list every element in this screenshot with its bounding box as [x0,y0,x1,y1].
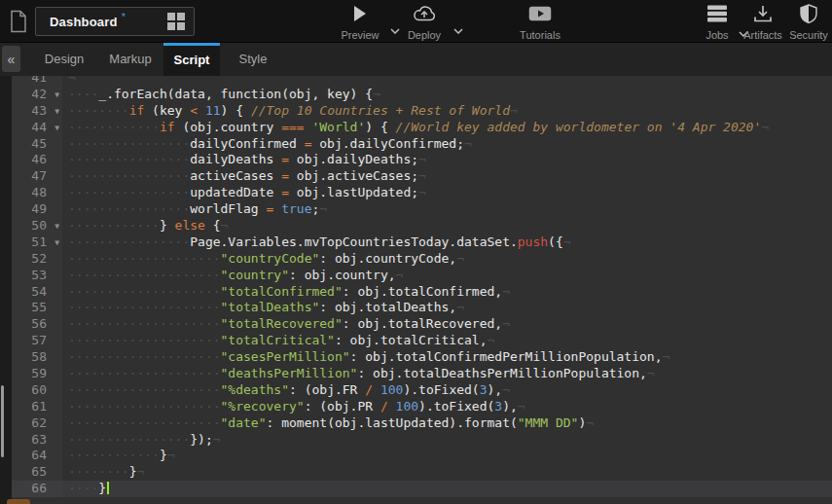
code-line[interactable]: 55····················"totalDeaths": obj… [12,300,832,316]
eol-mark: ¬ [418,185,426,199]
code-line[interactable]: 47················activeCases = obj.acti… [12,168,832,185]
line-number: 47 [12,168,62,185]
script-editor[interactable]: 41¬42▼····_.forEach(data, function(obj, … [0,76,832,504]
code-line[interactable]: 59····················"deathsPerMillion"… [12,366,832,382]
code-line[interactable]: 41¬ [12,76,832,87]
fold-arrow-icon[interactable]: ▼ [54,88,59,104]
code-line[interactable]: 49················worldFlag = true;¬ [12,201,832,218]
line-number: 45 [12,136,62,153]
whitespace-dots: ···················· [68,333,221,347]
eol-mark: ¬ [456,251,464,266]
whitespace-dots: ···················· [68,268,221,282]
code-line[interactable]: 62····················"date": moment(obj… [12,415,832,432]
whitespace-dots: ···················· [68,251,221,266]
whitespace-dots: ············ [68,120,160,134]
code-token: ), [488,382,503,397]
tab-design[interactable]: Design [37,43,91,76]
line-number: 63 [12,432,62,449]
page-title: Dashboard [50,15,118,29]
whitespace-dots: ···················· [68,399,221,414]
line-number: 59 [12,366,62,382]
fold-arrow-icon[interactable]: ▼ [54,235,59,252]
collapse-panel-button[interactable]: « [2,46,20,72]
code-token: / [365,382,373,397]
code-token: : moment(obj.lastUpdated).format( [267,415,518,430]
whitespace-dots: ················ [68,152,190,166]
code-line[interactable]: 50▼············} else {¬ [12,218,832,234]
code-line[interactable]: 48················updatedDate = obj.last… [12,185,832,201]
code-token: "casesPerMillion" [221,349,350,364]
page-file-icon[interactable] [9,10,28,37]
line-number: 53 [12,268,62,284]
code-token: obj.dailyDeaths; [289,152,418,166]
code-line[interactable]: 57····················"totalCritical": o… [12,333,832,349]
whitespace-dots: ················ [68,432,190,447]
preview-button[interactable]: Preview [332,4,388,41]
line-number: 62 [12,415,62,432]
code-token: === [281,120,304,134]
code-line[interactable]: 56····················"totalRecovered": … [12,316,832,333]
code-line[interactable]: 60····················"%deaths": (obj.FR… [12,382,832,399]
code-token: "countryCode" [221,251,320,266]
code-line[interactable]: 52····················"countryCode": obj… [12,251,832,268]
scrollbar-thumb[interactable] [1,385,4,457]
code-line[interactable]: 53····················"country": obj.cou… [12,268,832,284]
code-token: updatedDate [190,185,281,199]
code-token: Page.Variables.mvTopCountriesToday.dataS… [190,234,518,249]
line-number: 51▼ [12,234,62,251]
tab-script[interactable]: Script [163,43,220,76]
whitespace-dots: ···················· [68,300,221,314]
fold-arrow-icon[interactable]: ▼ [54,121,59,137]
code-line[interactable]: 61····················"%recovery": (obj.… [12,399,832,415]
code-content: ¬ [62,76,832,87]
code-line[interactable]: 46················dailyDeaths = obj.dail… [12,152,832,168]
download-icon [753,4,773,23]
code-content: ····················"country": obj.count… [62,268,832,284]
code-line[interactable]: 65········}¬ [12,464,832,481]
whitespace-dots: ················ [68,234,190,249]
code-line[interactable]: 63················});¬ [12,432,832,449]
code-token: : (obj.PR [305,399,380,414]
tab-style[interactable]: Style [232,43,274,76]
security-button[interactable]: Security [784,4,832,41]
line-number: 58 [12,349,62,366]
fold-arrow-icon[interactable]: ▼ [54,104,59,121]
line-number: 54 [12,284,62,301]
code-line[interactable]: 54····················"totalConfirmed": … [12,284,832,301]
code-token: = [281,185,289,199]
tab-markup[interactable]: Markup [101,43,160,76]
code-line[interactable]: 45················dailyConfirmed = obj.d… [12,136,832,153]
code-token: = [281,152,289,166]
code-content: ····················"countryCode": obj.c… [62,251,832,268]
code-content: ············}¬ [62,448,832,464]
code-token: dailyConfirmed [190,136,304,151]
code-line[interactable]: 58····················"casesPerMillion":… [12,349,832,366]
jobs-button[interactable]: Jobs [695,4,740,41]
whitespace-dots: ···· [68,87,98,101]
fold-arrow-icon[interactable]: ▼ [54,219,59,235]
code-content: ····················"date": moment(obj.l… [62,415,832,432]
line-number: 61 [12,399,62,415]
code-token: push [518,234,548,249]
code-token: : obj.totalDeathsPerMillionPopulation, [357,366,646,380]
open-page-tab[interactable]: Dashboard * [35,7,195,36]
code-line[interactable]: 44▼············if (obj.country === 'Worl… [12,120,832,136]
code-line[interactable]: 42▼····_.forEach(data, function(obj, key… [12,87,832,103]
whitespace-dots: ···················· [68,382,221,397]
tutorials-button[interactable]: Tutorials [512,4,568,41]
chevron-down-icon[interactable] [453,20,463,38]
code-content: ····················"totalCritical": obj… [62,333,832,349]
studio-window: Dashboard * Preview [0,0,832,504]
line-number: 41 [12,76,62,87]
artifacts-button[interactable]: Artifacts [737,4,789,41]
deploy-button[interactable]: Deploy [397,4,452,41]
text-cursor [107,482,109,494]
code-line[interactable]: 43▼········if (key < 11) { //Top 10 Coun… [12,103,832,120]
double-chevron-left-icon: « [8,52,16,67]
eol-mark: ¬ [136,464,144,479]
code-line[interactable]: 64············}¬ [12,448,832,464]
code-line[interactable]: 51▼················Page.Variables.mvTopC… [12,234,832,251]
pages-grid-icon[interactable] [167,13,185,30]
code-line[interactable]: 66····} [12,481,832,497]
code-token: worldFlag [190,201,266,216]
